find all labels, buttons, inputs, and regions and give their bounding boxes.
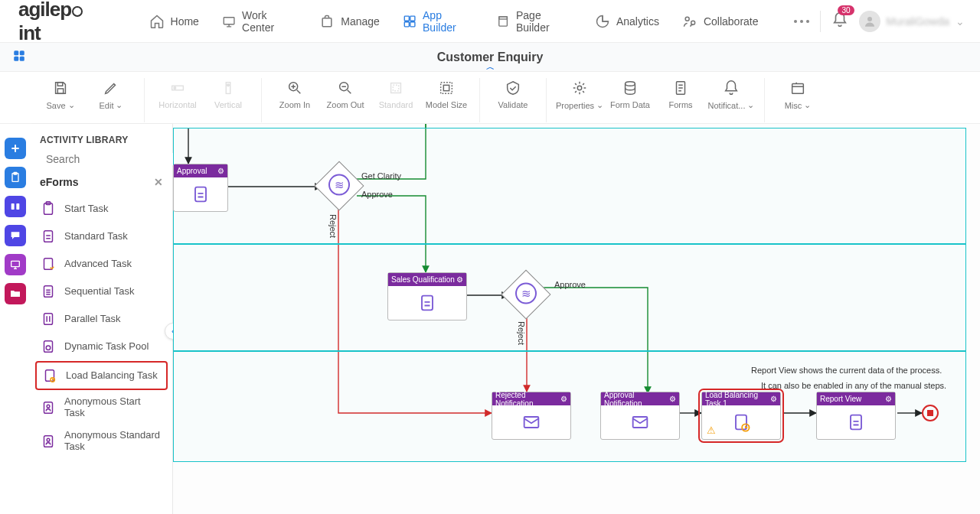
svg-rect-16	[57, 83, 62, 86]
notification-count-badge: 30	[838, 5, 854, 15]
svg-rect-36	[11, 261, 20, 266]
activity-anonymous-start-task[interactable]: Anonymous Start Task	[35, 392, 168, 424]
svg-rect-2	[322, 18, 332, 26]
node-report-view[interactable]: Report View⚙	[816, 392, 896, 440]
nav-collaborate[interactable]: Collaborate	[682, 14, 759, 29]
user-menu[interactable]: MuraliGowda ⌄	[859, 11, 965, 32]
activity-dynamic-task-pool[interactable]: Dynamic Task Pool	[35, 333, 168, 359]
toolbar-misc[interactable]: Misc ⌄	[773, 78, 823, 122]
nav-page-builder[interactable]: Page Builder	[496, 9, 572, 34]
svg-rect-15	[20, 56, 24, 60]
lane-2	[173, 244, 966, 351]
svg-rect-59	[195, 187, 206, 202]
svg-rect-5	[404, 21, 409, 26]
rail-folder-icon[interactable]	[5, 283, 26, 304]
gear-icon[interactable]: ⚙	[770, 395, 777, 403]
svg-point-45	[46, 346, 51, 350]
chevron-down-icon: ⌄	[956, 15, 965, 28]
apps-grid-icon[interactable]	[12, 49, 26, 66]
svg-rect-25	[393, 85, 398, 90]
node-approval[interactable]: Approval⚙	[173, 164, 228, 212]
node-load-balancing-task[interactable]: Load Balancing Task.1⚙ ⚠	[701, 392, 781, 440]
toolbar-edit[interactable]: Edit ⌄	[86, 78, 136, 122]
gear-icon[interactable]: ⚙	[885, 395, 892, 403]
brand-logo: agilepint	[18, 0, 103, 45]
rail-clipboard-icon[interactable]	[5, 167, 26, 188]
svg-point-19	[174, 87, 176, 89]
gear-icon[interactable]: ⚙	[456, 275, 463, 284]
gear-icon[interactable]: ⚙	[217, 167, 224, 175]
gear-icon[interactable]: ⚙	[669, 395, 676, 403]
toolbar-form-data[interactable]: Form Data	[605, 78, 655, 122]
notification-bell[interactable]: 30	[831, 11, 848, 31]
page-title-bar: Customer Enquiry ︿	[0, 43, 980, 72]
svg-rect-6	[410, 21, 415, 26]
activity-start-task[interactable]: Start Task	[35, 196, 168, 222]
svg-rect-8	[499, 16, 508, 18]
search-input[interactable]	[46, 153, 180, 165]
svg-point-28	[577, 86, 582, 90]
toolbar-zoom-out[interactable]: Zoom Out	[320, 78, 371, 122]
toolbar-properties[interactable]: Properties ⌄	[554, 78, 605, 122]
svg-point-9	[685, 17, 689, 21]
edge-reject: Reject	[328, 214, 338, 238]
svg-rect-13	[20, 50, 24, 55]
svg-rect-4	[410, 16, 415, 21]
svg-rect-26	[441, 83, 452, 94]
rail-chat-icon[interactable]	[5, 225, 26, 246]
library-search[interactable]	[31, 153, 172, 171]
nav-app-builder[interactable]: App Builder	[403, 9, 473, 34]
edge-reject-2: Reject	[517, 321, 526, 345]
end-event[interactable]	[922, 405, 939, 421]
nav-more-icon[interactable]	[794, 20, 809, 23]
rail-form-icon[interactable]	[5, 196, 26, 217]
svg-rect-33	[14, 172, 17, 174]
node-rejected-notification[interactable]: Rejected Notification⚙	[492, 392, 571, 440]
svg-rect-1	[224, 17, 234, 24]
canvas-note-2: It can also be enabled in any of the man…	[761, 381, 946, 390]
activity-advanced-task[interactable]: Advanced Task	[35, 251, 168, 277]
svg-rect-14	[14, 56, 18, 60]
svg-rect-42	[44, 286, 53, 298]
svg-rect-43	[44, 314, 53, 325]
svg-point-49	[47, 405, 50, 408]
toolbar-horizontal: Horizontal	[152, 78, 203, 122]
expand-chevron-icon[interactable]: ︿	[486, 61, 495, 73]
svg-point-0	[73, 7, 82, 16]
rail-add-icon[interactable]	[5, 138, 26, 159]
toolbar-zoom-in[interactable]: Zoom In	[270, 78, 320, 122]
svg-point-10	[691, 21, 695, 24]
activity-parallel-task[interactable]: Parallel Task	[35, 306, 168, 332]
process-canvas[interactable]: Approval⚙ ≋ Sales Qualification⚙ ≋ Rejec…	[173, 124, 980, 514]
svg-rect-27	[443, 85, 449, 90]
svg-point-11	[867, 17, 872, 21]
nav-work-center[interactable]: Work Center	[222, 9, 296, 34]
svg-rect-24	[391, 83, 401, 93]
activity-load-balancing-task[interactable]: Load Balancing Task	[35, 361, 168, 390]
warning-icon: ⚠	[707, 425, 716, 436]
node-sales-qualification[interactable]: Sales Qualification⚙	[387, 272, 467, 320]
toolbar-validate[interactable]: Validate	[488, 78, 538, 122]
avatar-icon	[859, 11, 880, 32]
activity-library-panel: ACTIVITY LIBRARY eForms ✕ Start Task Sta…	[31, 124, 173, 514]
svg-rect-7	[499, 16, 508, 25]
node-approval-notification[interactable]: Approval Notification⚙	[600, 392, 680, 440]
svg-rect-3	[404, 16, 409, 21]
svg-rect-61	[524, 417, 539, 428]
activity-anonymous-standard-task[interactable]: Anonymous Standard Task	[35, 425, 168, 457]
gear-icon[interactable]: ⚙	[560, 395, 567, 403]
nav-home[interactable]: Home	[149, 14, 199, 29]
nav-analytics[interactable]: Analytics	[595, 14, 659, 29]
toolbar-forms[interactable]: Forms	[655, 78, 706, 122]
svg-rect-12	[14, 50, 18, 55]
nav-manage[interactable]: Manage	[319, 14, 380, 29]
left-rail	[0, 124, 31, 514]
close-icon[interactable]: ✕	[154, 176, 163, 188]
rail-monitor-icon[interactable]	[5, 254, 26, 275]
toolbar-model-size[interactable]: Model Size	[421, 78, 472, 122]
activity-standard-task[interactable]: Standard Task	[35, 223, 168, 249]
edge-approve-2: Approve	[554, 280, 586, 289]
toolbar-notifications[interactable]: Notificat... ⌄	[706, 78, 756, 122]
activity-sequential-task[interactable]: Sequential Task	[35, 278, 168, 304]
toolbar-save[interactable]: Save ⌄	[35, 78, 86, 122]
